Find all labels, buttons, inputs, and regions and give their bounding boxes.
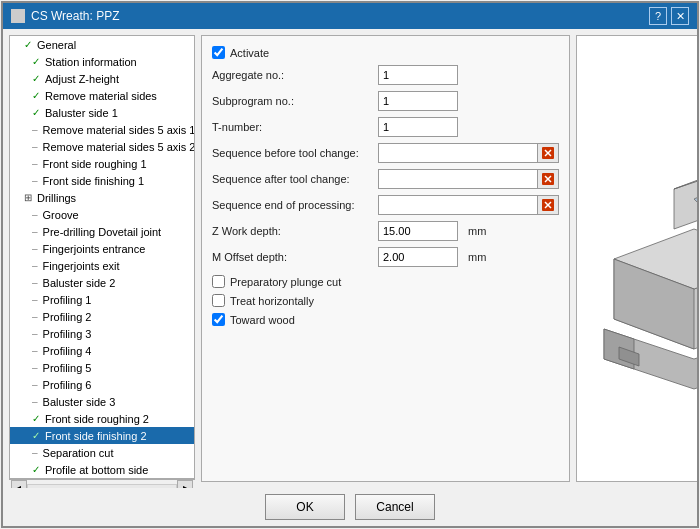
check-icon: ✓ [32, 56, 40, 67]
scrollbar-track[interactable] [27, 484, 177, 489]
help-button[interactable]: ? [649, 7, 667, 25]
tree-item-label: Profiling 3 [43, 328, 92, 340]
horizontal-scrollbar[interactable]: ◂ ▸ [9, 479, 195, 488]
tree-item-label: Pre-drilling Dovetail joint [43, 226, 162, 238]
tree-item-profiling3[interactable]: – Profiling 3 [10, 325, 194, 342]
subprogram-label: Subprogram no.: [212, 95, 372, 107]
tnumber-row: T-number: [212, 117, 559, 137]
tree-item-station-info[interactable]: ✓ Station information [10, 53, 194, 70]
window-title: CS Wreath: PPZ [31, 9, 119, 23]
tree-item-remove-mat-5-2[interactable]: – Remove material sides 5 axis 2 [10, 138, 194, 155]
tree-item-remove-mat-5-1[interactable]: – Remove material sides 5 axis 1 [10, 121, 194, 138]
m-offset-row: M Offset depth: mm [212, 247, 559, 267]
dash-icon: – [32, 124, 38, 135]
tree-item-label: Profiling 5 [43, 362, 92, 374]
tree-item-label: Fingerjoints exit [43, 260, 120, 272]
tree-item-separation[interactable]: – Separation cut [10, 444, 194, 461]
z-work-row: Z Work depth: mm [212, 221, 559, 241]
tree-item-label: Profile at bottom side [45, 464, 148, 476]
seq-after-input[interactable] [378, 169, 538, 189]
tree-item-front-rough-1[interactable]: – Front side roughing 1 [10, 155, 194, 172]
seq-end-row: Sequence end of processing: [212, 195, 559, 215]
tree-item-predrilling[interactable]: – Pre-drilling Dovetail joint [10, 223, 194, 240]
aggregate-row: Aggregate no.: [212, 65, 559, 85]
tree-item-profiling1[interactable]: – Profiling 1 [10, 291, 194, 308]
check-icon: ✓ [32, 90, 40, 101]
tree-item-drillings[interactable]: ⊞ Drillings [10, 189, 194, 206]
activate-label: Activate [230, 47, 269, 59]
dash-icon: – [32, 260, 38, 271]
close-button[interactable]: ✕ [671, 7, 689, 25]
tree-item-front-finish-2[interactable]: ✓ Front side finishing 2 [10, 427, 194, 444]
seq-before-field [378, 143, 559, 163]
tnumber-input[interactable] [378, 117, 458, 137]
tree-item-label: Separation cut [43, 447, 114, 459]
tree-item-fingerjoints-ent[interactable]: – Fingerjoints entrance [10, 240, 194, 257]
tree-item-baluster1[interactable]: ✓ Baluster side 1 [10, 104, 194, 121]
check-icon: ✓ [32, 430, 40, 441]
treat-horiz-row: Treat horizontally [212, 294, 559, 307]
tree-item-baluster2[interactable]: – Baluster side 2 [10, 274, 194, 291]
tree-item-profiling4[interactable]: – Profiling 4 [10, 342, 194, 359]
dash-icon: – [32, 209, 38, 220]
tree-item-profile-bottom[interactable]: ✓ Profile at bottom side [10, 461, 194, 478]
activate-checkbox[interactable] [212, 46, 225, 59]
dash-icon: – [32, 294, 38, 305]
scroll-right-btn[interactable]: ▸ [177, 480, 193, 489]
cancel-button[interactable]: Cancel [355, 494, 435, 520]
tree-item-label: Profiling 2 [43, 311, 92, 323]
tree-item-profiling5[interactable]: – Profiling 5 [10, 359, 194, 376]
tree-item-front-finish-1[interactable]: – Front side finishing 1 [10, 172, 194, 189]
activate-row: Activate [212, 46, 559, 59]
m-offset-input[interactable] [378, 247, 458, 267]
tree-item-label: Baluster side 3 [43, 396, 116, 408]
seq-before-btn[interactable] [537, 143, 559, 163]
z-work-input[interactable] [378, 221, 458, 241]
scroll-left-btn[interactable]: ◂ [11, 480, 27, 489]
seq-before-row: Sequence before tool change: [212, 143, 559, 163]
seq-before-label: Sequence before tool change: [212, 147, 372, 159]
tree-item-front-rough-2[interactable]: ✓ Front side roughing 2 [10, 410, 194, 427]
title-bar-controls: ? ✕ [649, 7, 689, 25]
seq-end-btn[interactable] [537, 195, 559, 215]
tree-item-groove[interactable]: – Groove [10, 206, 194, 223]
toward-wood-checkbox[interactable] [212, 313, 225, 326]
tree-item-remove-mat[interactable]: ✓ Remove material sides [10, 87, 194, 104]
z-work-unit: mm [468, 225, 486, 237]
tree-item-fingerjoints-exit[interactable]: – Fingerjoints exit [10, 257, 194, 274]
treat-horiz-checkbox[interactable] [212, 294, 225, 307]
dash-icon: – [32, 345, 38, 356]
seq-end-input[interactable] [378, 195, 538, 215]
tree-item-profiling6[interactable]: – Profiling 6 [10, 376, 194, 393]
prep-plunge-checkbox[interactable] [212, 275, 225, 288]
tree-item-label: Remove material sides 5 axis 1 [43, 124, 195, 136]
seq-after-btn[interactable] [537, 169, 559, 189]
tree-item-profiling2[interactable]: – Profiling 2 [10, 308, 194, 325]
title-bar: CS Wreath: PPZ ? ✕ [3, 3, 697, 29]
toward-wood-row: Toward wood [212, 313, 559, 326]
right-area: Activate Aggregate no.: Subprogram no.: [201, 35, 697, 482]
tree-item-label: General [37, 39, 76, 51]
ok-button[interactable]: OK [265, 494, 345, 520]
check-icon: ✓ [32, 464, 40, 475]
tree-item-baluster3[interactable]: – Baluster side 3 [10, 393, 194, 410]
dash-icon: – [32, 226, 38, 237]
seq-after-field [378, 169, 559, 189]
aggregate-input[interactable] [378, 65, 458, 85]
tree-item-label: Front side finishing 2 [45, 430, 147, 442]
subprogram-input[interactable] [378, 91, 458, 111]
main-window: CS Wreath: PPZ ? ✕ ✓ General✓ Station in… [1, 1, 699, 528]
tree-item-adjust-z[interactable]: ✓ Adjust Z-height [10, 70, 194, 87]
dash-icon: – [32, 311, 38, 322]
prep-plunge-row: Preparatory plunge cut [212, 275, 559, 288]
seq-before-input[interactable] [378, 143, 538, 163]
tree-item-label: Station information [45, 56, 137, 68]
tnumber-label: T-number: [212, 121, 372, 133]
tree-item-label: Remove material sides [45, 90, 157, 102]
toward-wood-label: Toward wood [230, 314, 295, 326]
dash-icon: – [32, 328, 38, 339]
tree-item-general[interactable]: ✓ General [10, 36, 194, 53]
tree-item-label: Adjust Z-height [45, 73, 119, 85]
tree-item-label: Front side finishing 1 [43, 175, 145, 187]
diagram-svg: Z M [584, 99, 698, 419]
